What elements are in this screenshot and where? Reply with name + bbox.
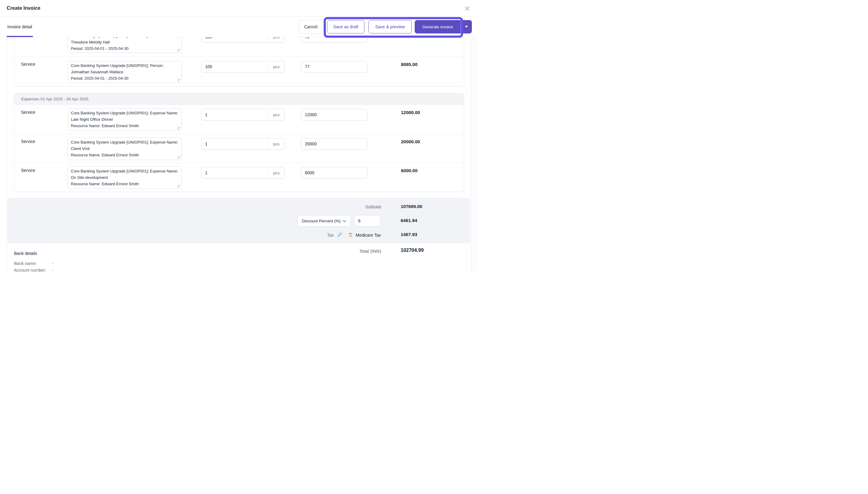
quantity-field: pcs xyxy=(201,109,285,120)
tax-amount: 1467.93 xyxy=(401,232,417,237)
tax-row: Tax Medicare Tax xyxy=(327,231,381,239)
pencil-icon xyxy=(337,232,342,238)
quantity-field: pcs xyxy=(201,61,285,72)
description-textarea[interactable]: Core Banking System Upgrade [UNIOP001]: … xyxy=(68,166,182,189)
tab-label: Invoice detail xyxy=(7,24,32,29)
unit-price-input[interactable] xyxy=(301,37,367,43)
trash-icon xyxy=(348,232,353,238)
modal-header: Create Invoice xyxy=(0,0,477,17)
invoice-form-container: Service Core Banking System Upgrade [UNI… xyxy=(7,37,471,272)
bank-name-label: Bank name: xyxy=(14,261,37,266)
generate-invoice-split-button: Generate invoice xyxy=(415,20,472,34)
unit-price-input[interactable] xyxy=(301,138,367,150)
expenses-table: Expenses 01 Apr 2025 - 30 Apr 2025 Servi… xyxy=(14,93,464,192)
bank-details-title: Bank details xyxy=(14,251,37,256)
expense-row: Service Core Banking System Upgrade [UNI… xyxy=(14,163,464,192)
quantity-input[interactable] xyxy=(202,37,268,39)
row-total: 8085.00 xyxy=(401,62,417,67)
edit-tax-button[interactable] xyxy=(337,232,342,238)
discount-amount: 6461.94 xyxy=(401,218,417,223)
row-type-label: Service xyxy=(21,110,35,115)
expenses-header-label: Expenses 01 Apr 2025 - 30 Apr 2025 xyxy=(21,97,89,101)
chevron-down-icon xyxy=(343,219,346,223)
row-type-label: Service xyxy=(21,62,35,66)
save-and-preview-button[interactable]: Save & preview xyxy=(369,20,412,34)
services-table: Service Core Banking System Upgrade [UNI… xyxy=(14,37,464,87)
discount-type-select[interactable]: Discount Percent (%) xyxy=(298,215,351,227)
row-type-label: Service xyxy=(21,168,35,173)
close-button[interactable] xyxy=(464,5,470,12)
subtotal-value: 107699.00 xyxy=(401,204,422,209)
unit-label: pcs xyxy=(268,142,284,146)
icon-divider xyxy=(345,232,345,239)
unit-label: pcs xyxy=(268,37,284,39)
grand-total-label: Total (INR) xyxy=(359,248,381,254)
tax-name: Medicare Tax xyxy=(356,233,381,238)
cancel-button[interactable]: Cancel xyxy=(299,20,323,34)
quantity-input[interactable] xyxy=(202,141,268,146)
unit-price-input[interactable] xyxy=(301,109,367,120)
quantity-input[interactable] xyxy=(202,170,268,175)
generate-invoice-dropdown-button[interactable] xyxy=(461,20,472,34)
close-icon xyxy=(464,8,470,13)
totals-panel: Subtotal 107699.00 Discount Percent (%) … xyxy=(7,198,470,243)
expenses-section-header: Expenses 01 Apr 2025 - 30 Apr 2025 xyxy=(14,93,464,105)
description-textarea[interactable]: Core Banking System Upgrade [UNIOP001]: … xyxy=(68,108,182,131)
save-as-draft-button[interactable]: Save as draft xyxy=(327,20,364,34)
action-toolbar: Invoice detail Cancel Save as draft Save… xyxy=(0,17,477,37)
row-total: 20000.00 xyxy=(401,139,420,144)
discount-type-value: Discount Percent (%) xyxy=(302,219,341,223)
description-textarea[interactable]: Core Banking System Upgrade [UNIOP001]: … xyxy=(68,37,182,53)
description-textarea[interactable]: Core Banking System Upgrade [UNIOP001]: … xyxy=(68,137,182,160)
description-textarea[interactable]: Core Banking System Upgrade [UNIOP001]: … xyxy=(68,61,182,83)
page-title: Create Invoice xyxy=(7,5,40,11)
unit-label: pcs xyxy=(268,64,284,69)
tax-label: Tax xyxy=(327,233,334,238)
tab-invoice-detail[interactable]: Invoice detail xyxy=(7,17,33,37)
row-total: 12000.00 xyxy=(401,110,420,115)
quantity-field: pcs xyxy=(201,167,285,178)
generate-invoice-button[interactable]: Generate invoice xyxy=(415,20,461,34)
discount-value-input[interactable] xyxy=(354,215,381,227)
row-type-label: Service xyxy=(21,139,35,144)
row-total: 6000.00 xyxy=(401,168,417,173)
quantity-field: pcs xyxy=(201,37,285,43)
quantity-input[interactable] xyxy=(202,112,268,117)
subtotal-label: Subtotal xyxy=(365,204,381,209)
scrollbar-gutter[interactable] xyxy=(471,37,477,272)
expense-row: Service Core Banking System Upgrade [UNI… xyxy=(14,105,464,134)
invoice-content: Service Core Banking System Upgrade [UNI… xyxy=(0,37,477,272)
caret-down-icon xyxy=(465,26,468,28)
delete-tax-button[interactable] xyxy=(348,232,353,238)
unit-price-input[interactable] xyxy=(301,61,367,72)
grand-total-value: 102704.99 xyxy=(401,248,424,253)
unit-label: pcs xyxy=(268,113,284,117)
unit-label: pcs xyxy=(268,171,284,175)
account-number-value: - xyxy=(52,268,54,272)
quantity-field: pcs xyxy=(201,138,285,150)
bank-name-value: - xyxy=(52,261,54,266)
account-number-label: Account number: xyxy=(14,268,46,272)
service-row: Service Core Banking System Upgrade [UNI… xyxy=(14,37,464,57)
unit-price-input[interactable] xyxy=(301,167,367,178)
create-invoice-modal: Create Invoice Invoice detail Cancel Sav… xyxy=(0,0,477,272)
quantity-input[interactable] xyxy=(202,64,268,69)
service-row: Service Core Banking System Upgrade [UNI… xyxy=(14,57,464,86)
expense-row: Service Core Banking System Upgrade [UNI… xyxy=(14,134,464,163)
